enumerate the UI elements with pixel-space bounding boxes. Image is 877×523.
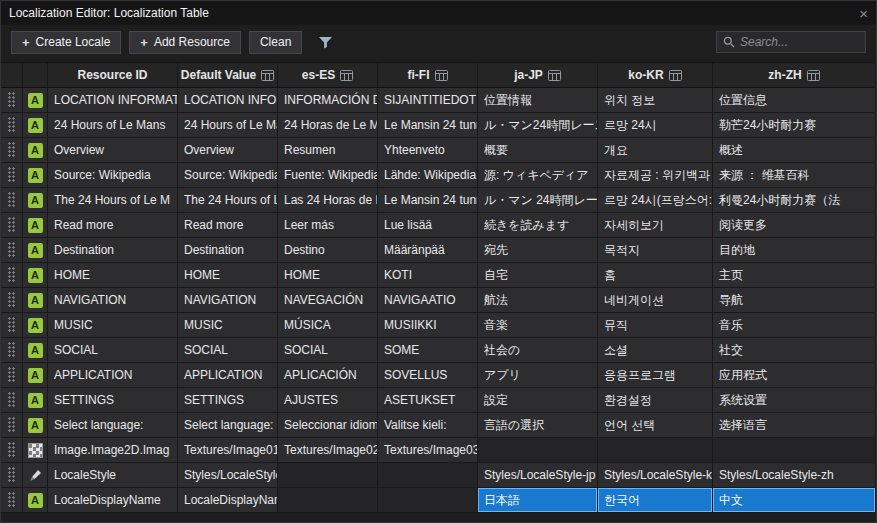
- table-cell[interactable]: Overview: [178, 138, 278, 162]
- table-cell[interactable]: 24 Horas de Le Ma: [278, 113, 378, 137]
- drag-handle[interactable]: [1, 313, 23, 337]
- table-cell[interactable]: 위치 정보: [598, 88, 713, 112]
- table-cell[interactable]: 目的地: [713, 238, 876, 262]
- table-cell[interactable]: KOTI: [378, 263, 478, 287]
- table-cell[interactable]: Source: Wikipedia: [178, 163, 278, 187]
- drag-handle[interactable]: [1, 288, 23, 312]
- table-cell[interactable]: 应用程式: [713, 363, 876, 387]
- table-cell[interactable]: 位置信息: [713, 88, 876, 112]
- table-cell[interactable]: The 24 Hours of Le M: [48, 188, 178, 212]
- table-cell[interactable]: INFORMACIÓN D: [278, 88, 378, 112]
- table-cell[interactable]: MUSIIKKI: [378, 313, 478, 337]
- table-cell[interactable]: 続きを読みます: [478, 213, 598, 237]
- column-header-ko-kr[interactable]: ko-KR: [598, 63, 713, 87]
- table-cell[interactable]: AJUSTES: [278, 388, 378, 412]
- search-input[interactable]: [740, 35, 859, 49]
- drag-handle[interactable]: [1, 338, 23, 362]
- table-cell[interactable]: 소셜: [598, 338, 713, 362]
- table-cell[interactable]: SETTINGS: [48, 388, 178, 412]
- table-cell[interactable]: [378, 488, 478, 512]
- table-cell[interactable]: 언어 선택: [598, 413, 713, 437]
- table-cell[interactable]: Styles/LocaleStyle-kr: [598, 463, 713, 487]
- table-cell[interactable]: Read more: [178, 213, 278, 237]
- table-cell[interactable]: 환경설정: [598, 388, 713, 412]
- column-header-fi-fi[interactable]: fi-FI: [378, 63, 478, 87]
- table-cell[interactable]: LOCATION INFOR: [178, 88, 278, 112]
- table-cell[interactable]: NAVEGACIÓN: [278, 288, 378, 312]
- table-cell[interactable]: Image.Image2D.Imag: [48, 438, 178, 462]
- table-cell[interactable]: 社会の: [478, 338, 598, 362]
- drag-handle[interactable]: [1, 138, 23, 162]
- table-cell[interactable]: Textures/Image03: [378, 438, 478, 462]
- table-cell[interactable]: [278, 463, 378, 487]
- table-cell[interactable]: Styles/LocaleStyle-jp: [478, 463, 598, 487]
- drag-handle[interactable]: [1, 413, 23, 437]
- table-cell[interactable]: 자세히보기: [598, 213, 713, 237]
- drag-handle[interactable]: [1, 163, 23, 187]
- table-cell[interactable]: [478, 438, 598, 462]
- table-cell[interactable]: Le Mansin 24 tunn: [378, 113, 478, 137]
- table-cell[interactable]: SETTINGS: [178, 388, 278, 412]
- table-cell[interactable]: Määränpää: [378, 238, 478, 262]
- table-cell[interactable]: [278, 488, 378, 512]
- table-cell[interactable]: LOCATION INFORMAT: [48, 88, 178, 112]
- table-cell[interactable]: ル・マン24時間レース: [478, 113, 598, 137]
- table-cell[interactable]: 日本語: [478, 488, 598, 512]
- table-cell[interactable]: APPLICATION: [178, 363, 278, 387]
- table-cell[interactable]: ル・マン 24時間レース (: [478, 188, 598, 212]
- table-cell[interactable]: Valitse kieli:: [378, 413, 478, 437]
- table-cell[interactable]: HOME: [178, 263, 278, 287]
- table-cell[interactable]: Lähde: Wikipedia: [378, 163, 478, 187]
- table-cell[interactable]: 24 Hours of Le Mans: [48, 113, 178, 137]
- table-cell[interactable]: Overview: [48, 138, 178, 162]
- drag-handle[interactable]: [1, 263, 23, 287]
- table-cell[interactable]: LocaleStyle: [48, 463, 178, 487]
- column-header-zh-zh[interactable]: zh-ZH: [713, 63, 876, 87]
- clean-button[interactable]: Clean: [249, 31, 302, 54]
- table-cell[interactable]: Leer más: [278, 213, 378, 237]
- table-cell[interactable]: 音楽: [478, 313, 598, 337]
- table-cell[interactable]: 言語の選択: [478, 413, 598, 437]
- table-cell[interactable]: Las 24 Horas de L: [278, 188, 378, 212]
- table-cell[interactable]: SOVELLUS: [378, 363, 478, 387]
- drag-handle[interactable]: [1, 438, 23, 462]
- table-cell[interactable]: Source: Wikipedia: [48, 163, 178, 187]
- table-cell[interactable]: ASETUKSET: [378, 388, 478, 412]
- table-cell[interactable]: 응용프로그램: [598, 363, 713, 387]
- table-cell[interactable]: Read more: [48, 213, 178, 237]
- table-cell[interactable]: 한국어: [598, 488, 713, 512]
- table-cell[interactable]: 자료제공 : 위키백과: [598, 163, 713, 187]
- drag-handle[interactable]: [1, 463, 23, 487]
- table-cell[interactable]: Select language:: [48, 413, 178, 437]
- close-icon[interactable]: ×: [859, 6, 868, 21]
- table-cell[interactable]: 개요: [598, 138, 713, 162]
- create-locale-button[interactable]: + Create Locale: [11, 31, 121, 54]
- table-cell[interactable]: NAVIGATION: [178, 288, 278, 312]
- drag-handle[interactable]: [1, 213, 23, 237]
- table-cell[interactable]: 르망 24시(프랑스어: 2: [598, 188, 713, 212]
- table-cell[interactable]: 概述: [713, 138, 876, 162]
- table-cell[interactable]: [598, 438, 713, 462]
- table-cell[interactable]: 选择语言: [713, 413, 876, 437]
- table-cell[interactable]: Seleccionar idiom: [278, 413, 378, 437]
- table-cell[interactable]: MUSIC: [48, 313, 178, 337]
- table-cell[interactable]: NAVIGATION: [48, 288, 178, 312]
- table-cell[interactable]: LocaleDisplayName: [48, 488, 178, 512]
- table-cell[interactable]: LocaleDisplayNam: [178, 488, 278, 512]
- table-cell[interactable]: Resumen: [278, 138, 378, 162]
- table-cell[interactable]: 設定: [478, 388, 598, 412]
- table-cell[interactable]: Textures/Image01: [178, 438, 278, 462]
- column-header-default-value[interactable]: Default Value: [178, 63, 278, 87]
- table-cell[interactable]: Select language:: [178, 413, 278, 437]
- table-cell[interactable]: HOME: [48, 263, 178, 287]
- drag-handle[interactable]: [1, 488, 23, 512]
- table-cell[interactable]: Lue lisää: [378, 213, 478, 237]
- table-cell[interactable]: SOCIAL: [278, 338, 378, 362]
- table-cell[interactable]: 概要: [478, 138, 598, 162]
- table-cell[interactable]: Le Mansin 24 tunn: [378, 188, 478, 212]
- table-cell[interactable]: Textures/Image02: [278, 438, 378, 462]
- drag-handle[interactable]: [1, 238, 23, 262]
- table-cell[interactable]: 导航: [713, 288, 876, 312]
- drag-handle[interactable]: [1, 363, 23, 387]
- table-cell[interactable]: Styles/LocaleStyle-zh: [713, 463, 876, 487]
